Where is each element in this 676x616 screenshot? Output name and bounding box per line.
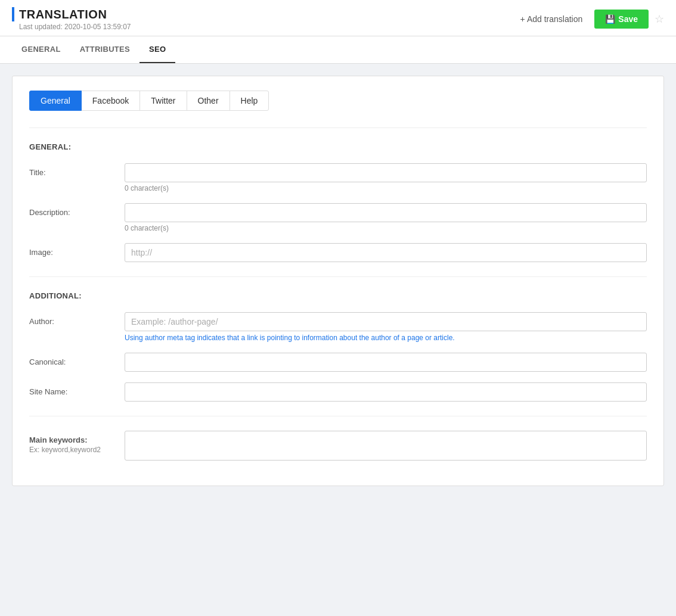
top-tabs-nav: GENERAL ATTRIBUTES SEO (0, 36, 676, 64)
save-icon: 💾 (605, 14, 615, 24)
canonical-control-wrap (125, 353, 647, 372)
page-title: TRANSLATION (12, 7, 131, 21)
seo-tab-help[interactable]: Help (230, 91, 269, 111)
image-input[interactable] (125, 243, 647, 262)
title-label: Title: (29, 163, 125, 177)
tab-general[interactable]: GENERAL (12, 36, 70, 63)
canonical-input[interactable] (125, 353, 647, 372)
title-char-count: 0 character(s) (125, 184, 647, 192)
divider-middle (29, 276, 647, 277)
seo-tab-general[interactable]: General (29, 91, 82, 111)
description-row: Description: 0 character(s) (29, 203, 647, 232)
additional-section-title: ADDITIONAL: (29, 291, 647, 300)
header: TRANSLATION Last updated: 2020-10-05 13:… (0, 0, 676, 36)
seo-tab-other[interactable]: Other (187, 91, 230, 111)
site-name-label: Site Name: (29, 382, 125, 396)
favorite-icon[interactable]: ☆ (655, 13, 664, 26)
description-control-wrap: 0 character(s) (125, 203, 647, 232)
tab-seo[interactable]: SEO (139, 36, 175, 63)
site-name-row: Site Name: (29, 382, 647, 402)
site-name-control-wrap (125, 382, 647, 402)
title-input[interactable] (125, 163, 647, 182)
main-content: General Facebook Twitter Other Help GENE… (0, 64, 676, 498)
last-updated: Last updated: 2020-10-05 13:59:07 (19, 23, 131, 31)
keywords-input[interactable] (125, 431, 647, 461)
seo-tabs: General Facebook Twitter Other Help (29, 91, 647, 111)
save-button[interactable]: 💾 Save (594, 10, 649, 29)
header-left: TRANSLATION Last updated: 2020-10-05 13:… (12, 7, 131, 31)
seo-card: General Facebook Twitter Other Help GENE… (12, 76, 664, 486)
save-label: Save (618, 14, 638, 24)
title-text: TRANSLATION (19, 8, 107, 21)
image-row: Image: (29, 243, 647, 262)
keywords-subtitle: Ex: keyword,keyword2 (29, 446, 125, 454)
author-row: Author: Using author meta tag indicates … (29, 312, 647, 342)
keywords-control-wrap (125, 431, 647, 461)
canonical-label: Canonical: (29, 353, 125, 366)
author-label: Author: (29, 312, 125, 326)
image-control-wrap (125, 243, 647, 262)
title-row: Title: 0 character(s) (29, 163, 647, 192)
author-input[interactable] (125, 312, 647, 331)
divider-bottom (29, 416, 647, 416)
seo-tab-facebook[interactable]: Facebook (81, 91, 140, 111)
keywords-row: Main keywords: Ex: keyword,keyword2 (29, 431, 647, 461)
description-input[interactable] (125, 203, 647, 222)
general-section-title: GENERAL: (29, 142, 647, 151)
canonical-row: Canonical: (29, 353, 647, 372)
keywords-title: Main keywords: (29, 435, 125, 444)
keywords-label: Main keywords: Ex: keyword,keyword2 (29, 431, 125, 454)
site-name-input[interactable] (125, 382, 647, 402)
add-translation-button[interactable]: + Add translation (514, 11, 589, 27)
image-label: Image: (29, 243, 125, 257)
title-control-wrap: 0 character(s) (125, 163, 647, 192)
seo-tab-twitter[interactable]: Twitter (139, 91, 187, 111)
description-char-count: 0 character(s) (125, 224, 647, 232)
author-control-wrap: Using author meta tag indicates that a l… (125, 312, 647, 342)
header-actions: + Add translation 💾 Save ☆ (514, 7, 664, 29)
tab-attributes[interactable]: ATTRIBUTES (70, 36, 139, 63)
title-bar-accent (12, 7, 14, 21)
description-label: Description: (29, 203, 125, 217)
divider-top (29, 127, 647, 128)
author-hint: Using author meta tag indicates that a l… (125, 334, 647, 342)
